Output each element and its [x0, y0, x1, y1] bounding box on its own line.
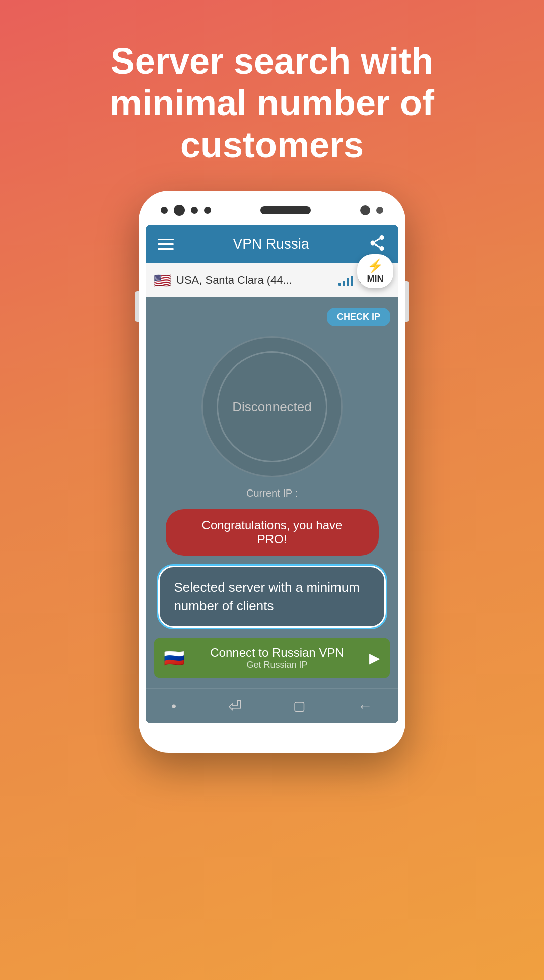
- nav-back-icon[interactable]: ←: [358, 698, 373, 715]
- share-button[interactable]: [368, 234, 386, 254]
- svg-point-2: [380, 246, 384, 251]
- bar-1: [338, 283, 341, 286]
- signal-bars: [338, 275, 353, 286]
- camera-dots-right: [360, 205, 383, 215]
- server-flag: 🇺🇸: [154, 272, 171, 289]
- volume-button: [135, 291, 139, 322]
- server-selection-row[interactable]: 🇺🇸 USA, Santa Clara (44... ▾ 📍 ⚡ MIN: [146, 263, 398, 297]
- connect-arrow-icon: ▶: [369, 650, 380, 666]
- app-title: VPN Russia: [233, 236, 309, 252]
- hamburger-button[interactable]: [158, 239, 174, 250]
- disconnected-label: Disconnected: [232, 399, 312, 415]
- dot-2: [174, 205, 185, 216]
- connect-button[interactable]: 🇷🇺 Connect to Russian VPN Get Russian IP…: [154, 638, 390, 678]
- app-bar: VPN Russia: [146, 225, 398, 263]
- bar-2: [343, 281, 345, 286]
- current-ip-label: Current IP :: [246, 487, 298, 499]
- power-button: [405, 281, 409, 322]
- bottom-nav: • ⏎ ▢ ←: [146, 688, 398, 723]
- svg-point-0: [380, 235, 384, 240]
- min-label-text: MIN: [367, 274, 384, 284]
- connect-main-text: Connect to Russian VPN: [210, 646, 344, 660]
- nav-home-icon[interactable]: ▢: [293, 698, 306, 714]
- connect-text-group: Connect to Russian VPN Get Russian IP: [195, 646, 359, 670]
- phone-bottom: [146, 723, 398, 739]
- hamburger-line-2: [158, 243, 174, 245]
- dot-3: [191, 207, 198, 214]
- svg-line-4: [375, 239, 380, 242]
- nav-recent-icon[interactable]: ⏎: [228, 697, 242, 716]
- nav-dot-icon[interactable]: •: [171, 698, 176, 714]
- connection-circle[interactable]: Disconnected: [201, 336, 343, 477]
- svg-point-1: [371, 241, 375, 246]
- dot-4: [204, 207, 211, 214]
- selected-server-box: Selected server with a minimum number of…: [158, 566, 385, 628]
- selected-server-text: Selected server with a minimum number of…: [174, 580, 359, 613]
- sensor: [376, 207, 383, 214]
- svg-line-3: [375, 244, 380, 248]
- phone-speaker: [260, 206, 311, 214]
- pro-button[interactable]: Congratulations, you have PRO!: [166, 509, 379, 556]
- bar-3: [347, 278, 349, 286]
- connect-flag: 🇷🇺: [164, 648, 185, 668]
- min-button[interactable]: ⚡ MIN: [357, 254, 393, 288]
- dot-1: [161, 207, 168, 214]
- page-title-text: Server search with minimal number of cus…: [0, 0, 544, 191]
- hamburger-line-3: [158, 248, 174, 250]
- lightning-icon: ⚡: [367, 258, 383, 274]
- check-ip-button[interactable]: CHECK IP: [327, 308, 390, 326]
- phone-top-bar: [146, 205, 398, 225]
- phone-frame: VPN Russia 🇺🇸 USA, Santa Clara (44...: [139, 191, 405, 753]
- phone-screen: VPN Russia 🇺🇸 USA, Santa Clara (44...: [146, 225, 398, 723]
- hamburger-line-1: [158, 239, 174, 240]
- camera-dots-left: [161, 205, 211, 216]
- server-name-text: USA, Santa Clara (44...: [176, 274, 333, 287]
- phone-wrapper: VPN Russia 🇺🇸 USA, Santa Clara (44...: [139, 191, 405, 753]
- main-content: CHECK IP Disconnected Current IP : Congr…: [146, 297, 398, 688]
- check-ip-row: CHECK IP: [154, 308, 390, 326]
- circle-inner: Disconnected: [217, 351, 327, 462]
- connect-sub-text: Get Russian IP: [246, 660, 307, 670]
- bar-4: [351, 276, 353, 286]
- front-cam: [360, 205, 370, 215]
